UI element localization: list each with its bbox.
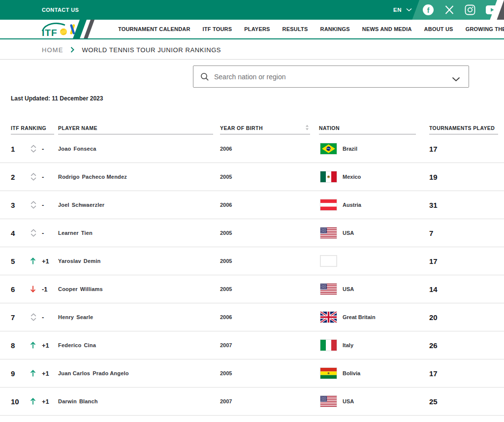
rank-no-change-icon xyxy=(30,172,37,182)
player-first-name: Learner xyxy=(58,230,79,236)
last-updated-label: Last Updated: 11 December 2023 xyxy=(11,95,103,102)
player-name-link[interactable]: CooperWilliams xyxy=(58,286,103,292)
table-row[interactable]: 4-LearnerTien2005USA7 xyxy=(0,219,504,247)
year-of-birth-value: 2007 xyxy=(220,342,232,348)
tournaments-played-value: 17 xyxy=(429,369,438,378)
player-first-name: Joel xyxy=(58,202,69,208)
table-row[interactable]: 9+1Juan CarlosPrado Angelo2005Bolivia17 xyxy=(0,359,504,388)
year-of-birth-value: 2005 xyxy=(220,286,232,292)
language-selector[interactable]: EN xyxy=(393,0,412,20)
nation-name: USA xyxy=(343,230,354,236)
nation-flag-icon xyxy=(320,283,337,295)
player-last-name: Schwaerzler xyxy=(72,202,104,208)
rank-change-value: - xyxy=(42,173,44,181)
year-of-birth-value: 2005 xyxy=(220,174,232,180)
year-of-birth-value: 2005 xyxy=(220,370,232,376)
player-name-link[interactable]: DarwinBlanch xyxy=(58,398,98,404)
player-name-link[interactable]: LearnerTien xyxy=(58,230,93,236)
search-input[interactable] xyxy=(214,66,441,87)
itf-logo[interactable]: ITF xyxy=(41,21,78,39)
nav-item-rankings[interactable]: RANKINGS xyxy=(320,26,350,32)
social-icons: f xyxy=(422,0,498,20)
rank-change-value: - xyxy=(42,314,44,321)
tournaments-played-value: 7 xyxy=(429,229,433,237)
player-name-link[interactable]: RodrigoPacheco Mendez xyxy=(58,174,127,180)
player-last-name: Fonseca xyxy=(73,146,96,152)
nation-flag-icon xyxy=(320,143,337,155)
player-name-link[interactable]: YaroslavDemin xyxy=(58,258,100,264)
rank-change-value: +1 xyxy=(42,342,49,349)
contact-us-link[interactable]: CONTACT US xyxy=(42,0,79,20)
table-row[interactable]: 5+1YaroslavDemin200517 xyxy=(0,247,504,275)
nation-name: Bolivia xyxy=(343,370,360,376)
nation-name: USA xyxy=(343,286,354,292)
rank-change-value: -1 xyxy=(42,286,48,293)
player-name-link[interactable]: FedericoCina xyxy=(58,342,96,348)
player-name-link[interactable]: HenrySearle xyxy=(58,314,93,320)
year-of-birth-value: 2006 xyxy=(220,314,232,320)
col-header-year-of-birth-label: YEAR OF BIRTH xyxy=(220,125,263,131)
player-last-name: Cina xyxy=(84,342,96,348)
year-of-birth-value: 2006 xyxy=(220,202,232,208)
year-of-birth-value: 2007 xyxy=(220,398,232,404)
x-twitter-icon[interactable] xyxy=(444,5,454,15)
youtube-icon[interactable] xyxy=(486,5,498,14)
rank-down-icon xyxy=(30,286,36,293)
table-row[interactable]: 2-RodrigoPacheco Mendez2005Mexico19 xyxy=(0,163,504,191)
nav-item-about-us[interactable]: ABOUT US xyxy=(424,26,453,32)
page: CONTACT US EN f ITF xyxy=(0,0,504,422)
player-last-name: Demin xyxy=(84,258,101,264)
player-name-link[interactable]: Juan CarlosPrado Angelo xyxy=(58,370,129,376)
nav-item-tournament-calendar[interactable]: TOURNAMENT CALENDAR xyxy=(118,26,190,32)
table-row[interactable]: 10+1DarwinBlanch2007USA25 xyxy=(0,388,504,416)
nation-name: Brazil xyxy=(343,146,357,152)
rank-change-value: - xyxy=(42,201,44,209)
player-first-name: Joao xyxy=(58,146,71,152)
rank-value: 3 xyxy=(11,201,15,209)
nation-name: USA xyxy=(343,398,354,404)
player-last-name: Tien xyxy=(81,230,93,236)
nation-name: Great Britain xyxy=(343,314,376,320)
player-first-name: Juan Carlos xyxy=(58,370,90,376)
breadcrumb-home-link[interactable]: HOME xyxy=(42,46,63,54)
nav-item-results[interactable]: RESULTS xyxy=(283,26,308,32)
instagram-icon[interactable] xyxy=(465,4,475,15)
table-row[interactable]: 7-HenrySearle2006Great Britain20 xyxy=(0,303,504,331)
year-of-birth-value: 2006 xyxy=(220,146,232,152)
sort-icon[interactable] xyxy=(305,124,309,132)
table-row[interactable]: 1-JoaoFonseca2006Brazil17 xyxy=(0,135,504,163)
rank-change-value: - xyxy=(42,145,44,153)
player-last-name: Searle xyxy=(76,314,93,320)
tournaments-played-value: 25 xyxy=(429,397,438,406)
tournaments-played-value: 14 xyxy=(429,285,438,293)
nav-item-news-and-media[interactable]: NEWS AND MEDIA xyxy=(362,26,412,32)
table-row[interactable]: 8+1FedericoCina2007Italy26 xyxy=(0,331,504,359)
player-name-link[interactable]: JoelSchwaerzler xyxy=(58,202,104,208)
breadcrumb: HOME WORLD TENNIS TOUR JUNIOR RANKINGS xyxy=(0,40,504,60)
player-last-name: Pacheco Mendez xyxy=(82,174,127,180)
tournaments-played-value: 31 xyxy=(429,201,438,209)
rank-change-value: +1 xyxy=(42,398,49,405)
player-name-link[interactable]: JoaoFonseca xyxy=(58,146,96,152)
nav-item-growing-the[interactable]: GROWING THE xyxy=(466,26,504,32)
nav-item-players[interactable]: PLAYERS xyxy=(244,26,270,32)
svg-text:f: f xyxy=(427,6,430,14)
chevron-down-icon[interactable] xyxy=(452,75,460,84)
table-row[interactable]: 3-JoelSchwaerzler2006Austria31 xyxy=(0,191,504,219)
player-first-name: Henry xyxy=(58,314,74,320)
rank-change-value: +1 xyxy=(42,370,49,377)
player-first-name: Federico xyxy=(58,342,81,348)
facebook-icon[interactable]: f xyxy=(422,4,434,16)
nation-flag-icon xyxy=(320,255,337,267)
col-header-year-of-birth[interactable]: YEAR OF BIRTH xyxy=(220,122,310,134)
table-row[interactable]: 6-1CooperWilliams2005USA14 xyxy=(0,275,504,303)
nation-search-combobox[interactable] xyxy=(193,65,469,88)
navbar: ITF TOURNAMENT CALENDARITF TOURSPLAYERSR… xyxy=(0,20,504,39)
rank-no-change-icon xyxy=(30,144,37,154)
rank-value: 4 xyxy=(11,229,15,237)
chevron-right-icon xyxy=(70,47,74,53)
nation-flag-icon xyxy=(320,367,337,379)
nav-item-itf-tours[interactable]: ITF TOURS xyxy=(203,26,232,32)
nation-flag-icon xyxy=(320,395,337,407)
player-last-name: Blanch xyxy=(79,398,98,404)
